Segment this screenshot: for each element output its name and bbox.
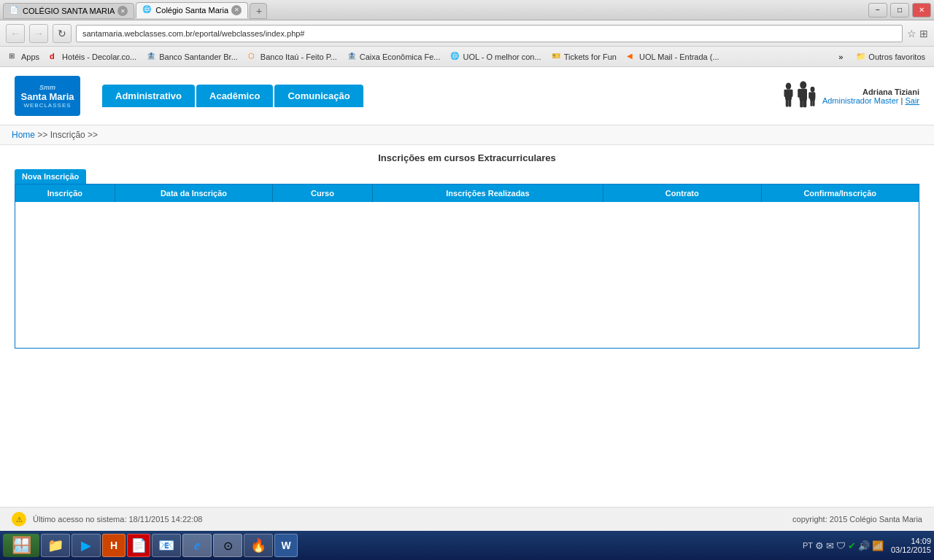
user-name: Adriana Tiziani bbox=[822, 88, 919, 96]
footer-icon: ⚠ bbox=[12, 512, 26, 526]
nova-inscricao-button[interactable]: Nova Inscrição bbox=[15, 169, 86, 184]
logo-main-text: Santa Maria bbox=[21, 91, 74, 102]
site-header: Smm Santa Maria WEBCLASSES Administrativ… bbox=[0, 67, 934, 125]
copyright: copyright: 2015 Colégio Santa Maria bbox=[792, 515, 922, 524]
star-icon[interactable]: ☆ bbox=[907, 28, 916, 39]
decolar-label: Hotéis - Decolar.co... bbox=[62, 52, 136, 61]
network-tray-icon: 📶 bbox=[872, 540, 884, 551]
taskbar-word[interactable]: W bbox=[274, 534, 298, 557]
tab-1-close[interactable]: ✕ bbox=[117, 6, 128, 16]
bookmark-santander[interactable]: 🏦 Banco Santander Br... bbox=[142, 50, 242, 63]
site-nav: Administrativo Acadêmico Comunicação bbox=[102, 85, 771, 107]
apps-label: Apps bbox=[21, 52, 39, 61]
taskbar-chrome[interactable]: ⊙ bbox=[213, 534, 242, 557]
breadcrumb: Home >> Inscrição >> bbox=[0, 125, 934, 145]
breadcrumb-current: Inscrição bbox=[50, 130, 85, 140]
tab-2-label: Colégio Santa Maria bbox=[155, 6, 228, 15]
santander-label: Banco Santander Br... bbox=[159, 52, 238, 61]
taskbar: 🪟 📁 ▶ H 📄 📧 e ⊙ 🔥 W PT bbox=[0, 531, 934, 560]
bookmark-uolmail[interactable]: ◀ UOL Mail - Entrada (... bbox=[622, 50, 724, 63]
taskbar-explorer[interactable]: 📁 bbox=[41, 534, 70, 557]
outros-label: Outros favoritos bbox=[868, 52, 925, 61]
svg-rect-5 bbox=[788, 99, 791, 107]
clock-date: 03/12/2015 bbox=[891, 545, 931, 554]
apps-bookmark[interactable]: ⊞ Apps bbox=[4, 50, 44, 63]
back-button[interactable]: ← bbox=[6, 24, 25, 43]
taskbar-outlook[interactable]: 📧 bbox=[152, 534, 181, 557]
svg-rect-4 bbox=[786, 99, 789, 107]
col-inscricao: Inscrição bbox=[15, 184, 115, 202]
explorer-icon: 📁 bbox=[47, 537, 63, 553]
nav-comunicacao[interactable]: Comunicação bbox=[274, 85, 363, 107]
close-button[interactable]: ✕ bbox=[912, 3, 931, 18]
bookmark-decolar[interactable]: d Hotéis - Decolar.co... bbox=[45, 50, 141, 63]
bookmark-uol[interactable]: 🌐 UOL - O melhor con... bbox=[446, 50, 545, 63]
col-curso: Curso bbox=[273, 184, 373, 202]
taskbar-firefox[interactable]: 🔥 bbox=[244, 534, 273, 557]
logout-link[interactable]: Sair bbox=[905, 96, 919, 105]
uolmail-label: UOL Mail - Entrada (... bbox=[639, 52, 719, 61]
svg-rect-17 bbox=[812, 100, 814, 106]
breadcrumb-sep1: >> bbox=[37, 130, 47, 140]
logo-box: Smm Santa Maria WEBCLASSES bbox=[15, 76, 80, 116]
svg-rect-15 bbox=[813, 92, 815, 98]
firefox-icon: 🔥 bbox=[250, 537, 266, 553]
bookmarks-bar: ⊞ Apps d Hotéis - Decolar.co... 🏦 Banco … bbox=[0, 47, 934, 67]
svg-rect-8 bbox=[798, 89, 800, 98]
nav-academico[interactable]: Acadêmico bbox=[196, 85, 273, 107]
svg-rect-11 bbox=[803, 100, 807, 108]
address-bar[interactable]: santamaria.webclasses.com.br/eportal/web… bbox=[76, 25, 903, 42]
tab-1[interactable]: 📄 COLÉGIO SANTA MARIA ✕ bbox=[3, 3, 134, 19]
tab-1-label: COLÉGIO SANTA MARIA bbox=[23, 7, 115, 15]
system-tray: PT ⚙ ✉ 🛡 ✔ 🔊 📶 bbox=[798, 540, 888, 551]
svg-rect-14 bbox=[808, 92, 811, 98]
tickets-icon: 🎫 bbox=[552, 52, 562, 62]
taskbar-media[interactable]: ▶ bbox=[72, 534, 101, 557]
tab-1-icon: 📄 bbox=[9, 6, 20, 16]
volume-tray-icon: 🔊 bbox=[858, 540, 870, 551]
taskbar-hdr[interactable]: H bbox=[102, 534, 126, 557]
bookmark-tickets[interactable]: 🎫 Tickets for Fun bbox=[547, 50, 621, 63]
taskbar-right: PT ⚙ ✉ 🛡 ✔ 🔊 📶 14:09 03/12/2015 bbox=[798, 537, 931, 554]
tab-new[interactable]: + bbox=[250, 3, 267, 19]
site-logo: Smm Santa Maria WEBCLASSES bbox=[15, 76, 80, 116]
nav-icons: ☆ ⊞ bbox=[907, 28, 928, 39]
decolar-icon: d bbox=[50, 52, 60, 62]
svg-rect-9 bbox=[804, 89, 807, 98]
outros-favoritos[interactable]: 📁 Outros favoritos bbox=[852, 50, 930, 63]
bookmarks-more[interactable]: » bbox=[834, 51, 847, 63]
minimize-button[interactable]: − bbox=[868, 3, 887, 18]
nav-administrativo[interactable]: Administrativo bbox=[102, 85, 195, 107]
family-icon bbox=[779, 76, 822, 116]
breadcrumb-sep2: >> bbox=[88, 130, 98, 140]
nav-bar: ← → ↻ santamaria.webclasses.com.br/eport… bbox=[0, 20, 934, 47]
taskbar-clock: 14:09 03/12/2015 bbox=[891, 537, 931, 554]
start-button[interactable]: 🪟 bbox=[3, 534, 39, 557]
tab-2-close[interactable]: ✕ bbox=[231, 5, 242, 15]
col-confirma: Confirma/Inscrição bbox=[762, 184, 919, 202]
caixa-label: Caixa Econômica Fe... bbox=[360, 52, 441, 61]
tickets-label: Tickets for Fun bbox=[564, 52, 617, 61]
word-icon: W bbox=[281, 540, 290, 551]
bookmark-caixa[interactable]: 🏦 Caixa Econômica Fe... bbox=[343, 50, 445, 63]
maximize-button[interactable]: □ bbox=[890, 3, 909, 18]
site-footer: ⚠ Último acesso no sistema: 18/11/2015 1… bbox=[0, 507, 934, 531]
refresh-button[interactable]: ↻ bbox=[53, 24, 72, 43]
taskbar-pdf[interactable]: 📄 bbox=[127, 534, 150, 557]
address-text: santamaria.webclasses.com.br/eportal/web… bbox=[82, 29, 896, 38]
bookmark-icon[interactable]: ⊞ bbox=[919, 28, 928, 39]
shield-tray-icon: 🛡 bbox=[836, 540, 846, 551]
breadcrumb-home[interactable]: Home bbox=[12, 130, 35, 140]
bookmark-itau[interactable]: ⬡ Banco Itaú - Feito P... bbox=[244, 50, 341, 63]
logo-sub-text: WEBCLASSES bbox=[23, 102, 71, 109]
table-body bbox=[15, 202, 919, 348]
table-header: Inscrição Data da Inscrição Curso Inscri… bbox=[15, 184, 919, 202]
last-access-text: Último acesso no sistema: 18/11/2015 14:… bbox=[33, 515, 202, 524]
tab-2[interactable]: 🌐 Colégio Santa Maria ✕ bbox=[136, 2, 248, 18]
window-controls: − □ ✕ bbox=[868, 3, 931, 18]
taskbar-ie[interactable]: e bbox=[182, 534, 212, 557]
media-icon: ▶ bbox=[81, 537, 91, 553]
inscricoes-table: Inscrição Data da Inscrição Curso Inscri… bbox=[15, 184, 919, 349]
svg-rect-3 bbox=[790, 90, 792, 98]
forward-button[interactable]: → bbox=[29, 24, 48, 43]
